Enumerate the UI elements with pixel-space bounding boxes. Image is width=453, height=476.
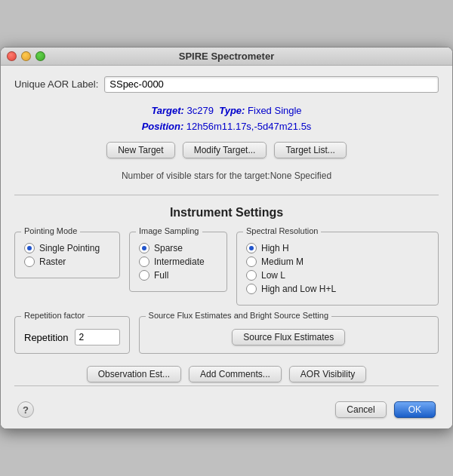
sparse-row[interactable]: Sparse <box>139 243 217 253</box>
titlebar-buttons <box>7 51 45 61</box>
target-list-button[interactable]: Target List... <box>274 142 346 158</box>
obs-est-button[interactable]: Observation Est... <box>87 366 181 382</box>
repetition-label: Repetition factor <box>21 311 88 320</box>
modify-target-button[interactable]: Modify Target... <box>183 142 267 158</box>
aor-label-row: Unique AOR Label: <box>14 76 439 93</box>
high-h-radio[interactable] <box>246 243 257 253</box>
minimize-button[interactable] <box>21 51 31 61</box>
bottom-action-buttons: Observation Est... Add Comments... AOR V… <box>14 366 439 386</box>
intermediate-radio[interactable] <box>139 256 149 267</box>
source-flux-btn-row: Source Flux Estimates <box>149 329 429 345</box>
divider <box>14 195 439 195</box>
main-window: SPIRE Spectrometer Unique AOR Label: Tar… <box>0 47 453 430</box>
full-row[interactable]: Full <box>139 270 217 281</box>
source-flux-label: Source Flux Estimates and Bright Source … <box>146 311 331 320</box>
bottom-groups: Repetition factor Repetition Source Flux… <box>14 316 439 354</box>
raster-label: Raster <box>39 256 66 267</box>
source-flux-button[interactable]: Source Flux Estimates <box>232 329 345 345</box>
sparse-radio[interactable] <box>139 243 149 253</box>
window-content: Unique AOR Label: Target: 3c279 Type: Fi… <box>1 66 452 429</box>
aor-input[interactable] <box>104 76 439 93</box>
pointing-mode-group: Pointing Mode Single Pointing Raster <box>14 232 120 278</box>
new-target-button[interactable]: New Target <box>106 142 174 158</box>
visible-stars-text: Number of visible stars for the target:N… <box>14 167 439 184</box>
ok-button[interactable]: OK <box>394 401 436 418</box>
medium-m-label: Medium M <box>261 256 304 267</box>
repetition-sublabel: Repetition <box>24 332 69 343</box>
intermediate-label: Intermediate <box>154 256 205 267</box>
raster-radio[interactable] <box>24 256 35 267</box>
high-and-low-row[interactable]: High and Low H+L <box>246 284 429 294</box>
window-title: SPIRE Spectrometer <box>179 51 274 62</box>
full-radio[interactable] <box>139 270 149 281</box>
low-l-label: Low L <box>261 270 285 281</box>
spectral-resolution-label: Spectral Resolution <box>243 226 321 235</box>
instrument-settings-title: Instrument Settings <box>14 206 439 220</box>
target-buttons-row: New Target Modify Target... Target List.… <box>14 142 439 158</box>
radio-dot <box>27 246 32 250</box>
repetition-row: Repetition <box>24 329 120 345</box>
radio-dot <box>249 246 254 250</box>
close-button[interactable] <box>7 51 17 61</box>
aor-visibility-button[interactable]: AOR Visibility <box>289 366 366 382</box>
single-pointing-radio[interactable] <box>24 243 35 253</box>
repetition-input[interactable] <box>75 329 120 345</box>
target-line2: Position: 12h56m11.17s,-5d47m21.5s <box>14 119 439 135</box>
full-label: Full <box>154 270 168 281</box>
raster-row[interactable]: Raster <box>24 256 110 267</box>
medium-m-radio[interactable] <box>246 256 257 267</box>
single-pointing-row[interactable]: Single Pointing <box>24 243 110 253</box>
low-l-row[interactable]: Low L <box>246 270 429 281</box>
footer: ? Cancel OK <box>14 395 439 421</box>
repetition-group: Repetition factor Repetition <box>14 316 130 354</box>
cancel-button[interactable]: Cancel <box>335 401 386 418</box>
add-comments-button[interactable]: Add Comments... <box>189 366 282 382</box>
footer-right-buttons: Cancel OK <box>335 401 436 418</box>
sparse-label: Sparse <box>154 243 183 253</box>
image-sampling-label: Image Sampling <box>136 226 202 235</box>
single-pointing-label: Single Pointing <box>39 243 100 253</box>
radio-dot <box>142 246 146 250</box>
pointing-mode-label: Pointing Mode <box>21 226 80 235</box>
settings-grid: Pointing Mode Single Pointing Raster Ima… <box>14 232 439 306</box>
target-line1: Target: 3c279 Type: Fixed Single <box>14 103 439 119</box>
help-button[interactable]: ? <box>17 401 34 418</box>
titlebar: SPIRE Spectrometer <box>1 48 452 66</box>
low-l-radio[interactable] <box>246 270 257 281</box>
high-h-row[interactable]: High H <box>246 243 429 253</box>
spectral-resolution-group: Spectral Resolution High H Medium M Low … <box>236 232 439 306</box>
high-h-label: High H <box>261 243 289 253</box>
medium-m-row[interactable]: Medium M <box>246 256 429 267</box>
high-and-low-label: High and Low H+L <box>261 284 336 294</box>
aor-label-text: Unique AOR Label: <box>14 78 98 90</box>
target-info: Target: 3c279 Type: Fixed Single Positio… <box>14 103 439 135</box>
source-flux-group: Source Flux Estimates and Bright Source … <box>139 316 439 354</box>
maximize-button[interactable] <box>35 51 45 61</box>
intermediate-row[interactable]: Intermediate <box>139 256 217 267</box>
high-and-low-radio[interactable] <box>246 284 257 294</box>
image-sampling-group: Image Sampling Sparse Intermediate Full <box>129 232 227 292</box>
